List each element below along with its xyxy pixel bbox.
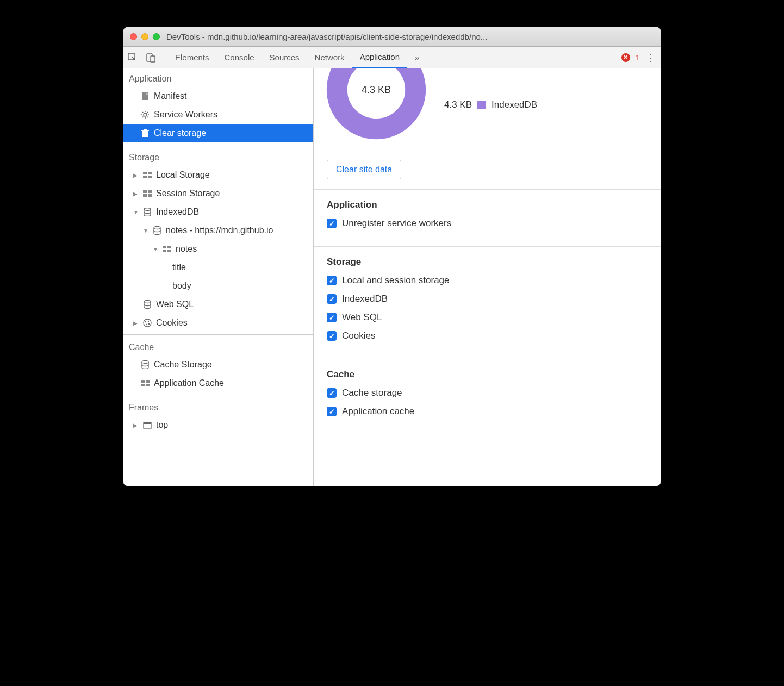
svg-rect-15 — [143, 194, 147, 197]
error-icon[interactable]: ✕ — [621, 53, 630, 62]
sidebar-item-label: Manifest — [154, 91, 186, 101]
svg-point-5 — [144, 113, 147, 116]
tab-label: Network — [315, 53, 345, 62]
checkbox-cache-storage[interactable]: ✓Cache storage — [327, 388, 648, 398]
sidebar-item-clear-storage[interactable]: Clear storage — [123, 124, 313, 142]
svg-point-23 — [144, 301, 151, 303]
tab-elements[interactable]: Elements — [167, 47, 217, 68]
section-cache: Cache — [123, 337, 313, 356]
svg-point-27 — [146, 324, 147, 325]
svg-rect-9 — [143, 172, 147, 174]
sidebar-item-label: notes — [176, 244, 197, 254]
options-storage: Storage ✓Local and session storage ✓Inde… — [314, 247, 661, 359]
sidebar-item-label: Clear storage — [154, 128, 206, 138]
checkbox-application-cache[interactable]: ✓Application cache — [327, 406, 648, 417]
sidebar-item-cookies[interactable]: ▶ Cookies — [123, 314, 313, 332]
chevron-right-icon: ▶ — [133, 191, 140, 197]
svg-point-17 — [144, 208, 151, 211]
sidebar-item-cache-storage[interactable]: Cache Storage — [123, 356, 313, 374]
legend-value: 4.3 KB — [444, 99, 472, 110]
kebab-menu-icon[interactable]: ⋮ — [645, 52, 655, 64]
zoom-icon[interactable] — [153, 33, 160, 40]
sidebar-item-local-storage[interactable]: ▶ Local Storage — [123, 166, 313, 184]
svg-point-26 — [148, 321, 149, 322]
svg-rect-2 — [151, 56, 155, 62]
table-icon — [161, 246, 172, 252]
divider — [123, 145, 313, 145]
checkmark-icon: ✓ — [327, 294, 337, 304]
chevron-right-icon: ▶ — [133, 172, 140, 178]
svg-rect-7 — [141, 130, 149, 131]
sidebar-item-label: Local Storage — [156, 170, 210, 180]
tab-network[interactable]: Network — [307, 47, 352, 68]
sidebar-item-indexeddb[interactable]: ▼ IndexedDB — [123, 203, 313, 221]
inspect-element-icon[interactable] — [123, 47, 142, 68]
sidebar-item-application-cache[interactable]: Application Cache — [123, 374, 313, 392]
svg-point-25 — [145, 321, 146, 322]
section-storage: Storage — [123, 147, 313, 166]
window-title: DevTools - mdn.github.io/learning-area/j… — [166, 32, 487, 41]
checkbox-label: Local and session storage — [342, 275, 450, 286]
sidebar-item-idb-index-body[interactable]: body — [123, 277, 313, 295]
database-icon — [140, 360, 151, 369]
usage-total: 4.3 KB — [325, 68, 428, 141]
sidebar-item-label: IndexedDB — [156, 207, 199, 217]
table-icon — [142, 190, 153, 197]
checkbox-websql[interactable]: ✓Web SQL — [327, 312, 648, 323]
svg-rect-20 — [167, 246, 171, 248]
tab-console[interactable]: Console — [217, 47, 262, 68]
tab-overflow[interactable]: » — [407, 47, 427, 68]
options-head: Application — [327, 199, 648, 210]
svg-point-18 — [154, 227, 160, 229]
checkbox-label: Application cache — [342, 406, 414, 417]
sidebar-item-websql[interactable]: Web SQL — [123, 295, 313, 314]
document-icon — [140, 92, 151, 101]
sidebar-item-service-workers[interactable]: Service Workers — [123, 105, 313, 124]
devtools-tabbar: Elements Console Sources Network Applica… — [123, 47, 661, 68]
sidebar-item-label: Application Cache — [154, 378, 224, 388]
database-icon — [152, 226, 163, 235]
gear-icon — [140, 110, 151, 119]
error-count: 1 — [636, 53, 640, 62]
tab-sources[interactable]: Sources — [262, 47, 307, 68]
clear-site-data-button[interactable]: Clear site data — [327, 160, 401, 179]
svg-rect-32 — [141, 384, 145, 386]
svg-rect-33 — [146, 384, 150, 386]
main-panel: 4.3 KB 4.3 KB IndexedDB Clear site data … — [314, 68, 661, 486]
sidebar-item-idb-index-title[interactable]: title — [123, 258, 313, 277]
table-icon — [140, 380, 151, 386]
separator — [164, 51, 164, 64]
tab-label: Application — [360, 52, 400, 61]
minimize-icon[interactable] — [141, 33, 148, 40]
checkbox-indexeddb[interactable]: ✓IndexedDB — [327, 294, 648, 304]
sidebar-item-manifest[interactable]: Manifest — [123, 87, 313, 105]
svg-rect-10 — [148, 172, 152, 174]
options-head: Cache — [327, 369, 648, 380]
chevron-right-icon: ▶ — [133, 422, 140, 428]
sidebar-item-idb-store[interactable]: ▼ notes — [123, 240, 313, 258]
sidebar-item-idb-database[interactable]: ▼ notes - https://mdn.github.io — [123, 221, 313, 240]
svg-rect-13 — [143, 190, 147, 193]
svg-rect-6 — [142, 131, 148, 137]
checkmark-icon: ✓ — [327, 313, 337, 322]
svg-point-24 — [144, 319, 151, 327]
checkbox-local-session[interactable]: ✓Local and session storage — [327, 275, 648, 286]
svg-rect-14 — [148, 190, 152, 193]
sidebar-item-label: top — [156, 420, 168, 430]
svg-point-28 — [148, 323, 150, 325]
device-toolbar-icon[interactable] — [142, 47, 160, 68]
window-controls — [130, 33, 160, 40]
sidebar-item-frame-top[interactable]: ▶ top — [123, 416, 313, 434]
devtools-window: DevTools - mdn.github.io/learning-area/j… — [123, 27, 661, 486]
chevron-down-icon: ▼ — [133, 209, 140, 215]
sidebar-item-session-storage[interactable]: ▶ Session Storage — [123, 184, 313, 203]
checkbox-cookies[interactable]: ✓Cookies — [327, 330, 648, 341]
svg-rect-35 — [144, 422, 151, 424]
options-head: Storage — [327, 257, 648, 267]
checkbox-label: Unregister service workers — [342, 218, 451, 229]
checkbox-unregister-sw[interactable]: ✓ Unregister service workers — [327, 218, 648, 229]
svg-rect-8 — [144, 129, 147, 130]
close-icon[interactable] — [130, 33, 137, 40]
tab-application[interactable]: Application — [352, 47, 407, 68]
tab-label: Elements — [175, 53, 209, 62]
